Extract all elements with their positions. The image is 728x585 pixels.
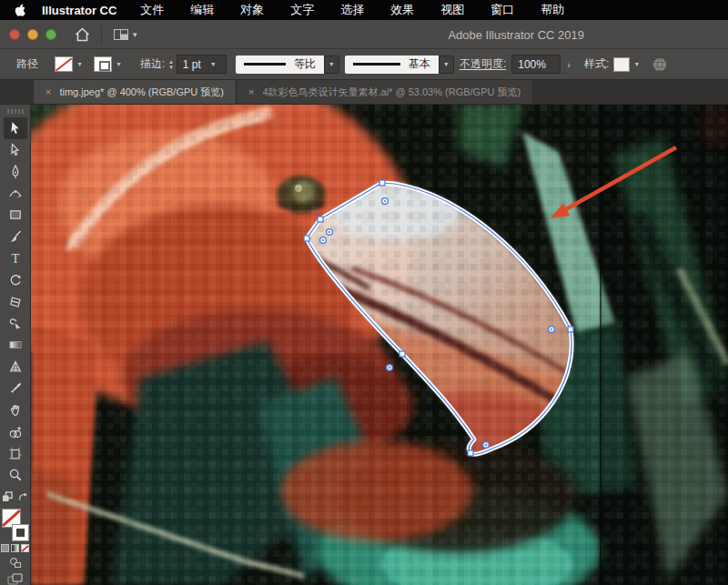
shape-builder-tool[interactable]	[4, 421, 27, 443]
chevron-down-icon[interactable]: ▾	[73, 60, 86, 68]
menu-item-select[interactable]: 选择	[340, 2, 364, 18]
curvature-tool[interactable]	[4, 183, 27, 205]
direct-selection-tool[interactable]	[4, 139, 27, 161]
selection-tool[interactable]	[4, 117, 27, 139]
artboard-tool[interactable]	[4, 443, 27, 465]
menu-item-effect[interactable]: 效果	[390, 2, 414, 18]
macos-menu-bar: Illustrator CC 文件 编辑 对象 文字 选择 效果 视图 窗口 帮…	[0, 0, 728, 20]
opacity-field[interactable]: 100%	[511, 55, 561, 74]
type-tool[interactable]: T	[4, 247, 27, 269]
menu-item-object[interactable]: 对象	[240, 2, 264, 18]
anchor-point[interactable]	[568, 327, 573, 332]
stroke-weight-stepper[interactable]: ▴ ▾	[169, 59, 173, 70]
pen-tool[interactable]	[4, 161, 27, 183]
stroke-control[interactable]: ▾	[94, 56, 126, 72]
menu-app-name[interactable]: Illustrator CC	[42, 4, 116, 17]
drawing-mode-icon[interactable]	[9, 557, 22, 569]
width-profile-value: 等比	[294, 56, 316, 72]
stepper-down-icon[interactable]: ▾	[169, 65, 173, 70]
free-transform-tool[interactable]	[4, 313, 27, 335]
eraser-tool[interactable]	[4, 291, 27, 313]
close-window-button[interactable]	[9, 29, 20, 40]
fill-stroke-indicator[interactable]	[2, 509, 29, 541]
stroke-weight-field[interactable]: 1 pt ▾	[177, 55, 227, 74]
minimize-window-button[interactable]	[27, 29, 38, 40]
anchor-point[interactable]	[468, 450, 473, 456]
tab-close-icon[interactable]: ×	[46, 86, 51, 97]
rotate-tool[interactable]	[4, 269, 27, 291]
menu-item-type[interactable]: 文字	[290, 2, 314, 18]
chevron-down-icon[interactable]: ▾	[112, 60, 126, 68]
hand-tool[interactable]	[4, 399, 27, 421]
opacity-label[interactable]: 不透明度:	[460, 56, 506, 72]
paint-mode-buttons	[1, 544, 29, 552]
style-label: 样式:	[584, 56, 609, 72]
document-tab-birds[interactable]: × 4款彩色鸟类设计矢量素材.ai* @ 53.03% (RGB/GPU 预览)	[237, 80, 533, 104]
tab-close-icon[interactable]: ×	[248, 86, 254, 97]
menu-item-window[interactable]: 窗口	[490, 2, 514, 18]
gradient-tool[interactable]	[4, 334, 27, 356]
brush-definition-dropdown[interactable]: 基本 ▾	[345, 55, 454, 74]
window-title-bar: ▾ Adobe Illustrator CC 2019	[0, 20, 728, 49]
chevron-down-icon: ▾	[133, 30, 137, 39]
titlebar-separator	[101, 25, 102, 44]
stroke-weight-label: 描边:	[140, 56, 165, 72]
fill-swatch[interactable]	[55, 56, 73, 72]
brush-stroke-preview	[353, 63, 400, 66]
stroke-weight-value: 1 pt	[183, 58, 201, 71]
menu-item-file[interactable]: 文件	[140, 2, 164, 18]
document-tab-timg[interactable]: × timg.jpeg* @ 400% (RGB/GPU 预览)	[34, 80, 237, 104]
home-icon[interactable]	[67, 20, 97, 49]
tab-label: timg.jpeg* @ 400% (RGB/GPU 预览)	[59, 86, 224, 99]
anchor-point[interactable]	[379, 180, 385, 186]
menu-item-help[interactable]: 帮助	[541, 2, 564, 18]
chevron-down-icon[interactable]: ▾	[324, 55, 339, 74]
none-button[interactable]	[21, 544, 29, 552]
gradient-button[interactable]	[11, 544, 19, 552]
screen-mode-icon[interactable]	[7, 573, 23, 585]
svg-text:T: T	[11, 252, 19, 266]
stroke-profile-preview	[244, 63, 286, 66]
perspective-grid-tool[interactable]	[4, 356, 27, 378]
menu-item-view[interactable]: 视图	[440, 2, 464, 18]
opacity-expand-button[interactable]: ›	[561, 59, 577, 70]
width-profile-face: 等比	[236, 55, 324, 74]
toolbar-grip[interactable]	[7, 109, 24, 114]
chevron-down-icon[interactable]: ▾	[630, 60, 643, 68]
tools-panel: T	[0, 105, 31, 585]
control-bar: 路径 ▾ ▾ 描边: ▴ ▾ 1 pt ▾ 等比 ▾ 基本 ▾ 不透明度: 10…	[0, 49, 728, 80]
tab-label: 4款彩色鸟类设计矢量素材.ai* @ 53.03% (RGB/GPU 预览)	[262, 86, 521, 99]
brush-definition-value: 基本	[409, 56, 430, 72]
window-title: Adobe Illustrator CC 2019	[448, 20, 584, 49]
brush-definition-face: 基本	[345, 55, 439, 74]
graphic-style-swatch[interactable]	[613, 57, 630, 72]
document-canvas[interactable]	[31, 105, 728, 585]
zoom-window-button[interactable]	[46, 29, 56, 40]
color-button[interactable]	[1, 544, 9, 552]
anchor-point[interactable]	[304, 236, 309, 241]
default-fill-stroke-icon[interactable]	[2, 489, 13, 506]
apple-icon[interactable]	[13, 4, 27, 16]
swap-fill-stroke-icon[interactable]	[17, 489, 28, 506]
chevron-down-icon[interactable]: ▾	[439, 55, 454, 74]
opacity-value: 100%	[518, 58, 546, 71]
eyedropper-tool[interactable]	[4, 378, 27, 399]
workspace-switcher[interactable]: ▾	[106, 20, 145, 49]
traffic-lights	[0, 29, 67, 40]
width-profile-dropdown[interactable]: 等比 ▾	[236, 55, 339, 74]
globe-icon[interactable]	[652, 57, 667, 72]
flamingo-artwork[interactable]	[31, 105, 728, 585]
stroke-swatch[interactable]	[94, 56, 112, 72]
stroke-indicator[interactable]	[12, 524, 29, 541]
anchor-point[interactable]	[318, 217, 323, 222]
zoom-tool[interactable]	[4, 464, 27, 486]
rectangle-tool[interactable]	[4, 204, 27, 226]
paintbrush-tool[interactable]	[4, 226, 27, 247]
document-tab-bar: × timg.jpeg* @ 400% (RGB/GPU 预览) × 4款彩色鸟…	[0, 80, 728, 105]
chevron-down-icon[interactable]: ▾	[207, 60, 220, 68]
anchor-point[interactable]	[399, 351, 405, 357]
fill-control[interactable]: ▾	[55, 56, 86, 72]
menu-item-edit[interactable]: 编辑	[190, 2, 214, 18]
selection-type-label: 路径	[16, 56, 38, 72]
